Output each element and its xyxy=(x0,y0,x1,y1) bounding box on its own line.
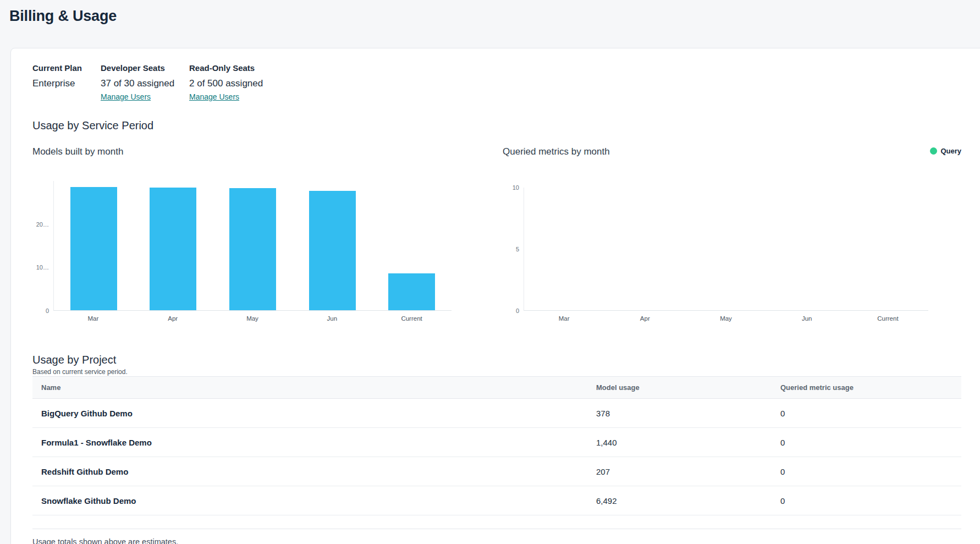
developer-seats-column: Developer Seats 37 of 30 assigned Manage… xyxy=(101,63,189,102)
project-name-cell: Redshift Github Demo xyxy=(32,457,587,486)
billing-card: Current Plan Enterprise Developer Seats … xyxy=(10,48,980,544)
y-axis-tick-label: 0 xyxy=(32,307,49,314)
queried-metric-usage-cell: 0 xyxy=(772,428,961,457)
manage-users-link-readonly[interactable]: Manage Users xyxy=(189,92,239,102)
usage-by-project-table: Name Model usage Queried metric usage Bi… xyxy=(32,376,961,515)
x-axis-tick-label: May xyxy=(685,315,766,322)
current-plan-label: Current Plan xyxy=(32,63,101,73)
readonly-seats-column: Read-Only Seats 2 of 500 assigned Manage… xyxy=(189,63,263,102)
queried-metrics-plot-area: MarAprMayJunCurrent 0510 xyxy=(503,188,961,327)
bar-slot xyxy=(134,181,213,310)
table-header-row: Name Model usage Queried metric usage xyxy=(32,377,961,399)
footer-divider xyxy=(32,529,961,529)
model-usage-cell: 1,440 xyxy=(587,428,772,457)
y-axis-tick-label: 10… xyxy=(32,264,49,271)
queried-metric-usage-cell: 0 xyxy=(772,486,961,515)
query-legend-label: Query xyxy=(940,147,961,155)
query-legend: Query xyxy=(930,147,961,155)
bar-slot xyxy=(372,181,452,310)
model-usage-cell: 6,492 xyxy=(587,486,772,515)
bar-slot xyxy=(767,188,847,310)
column-header-name: Name xyxy=(32,377,587,399)
readonly-seats-value: 2 of 500 assigned xyxy=(189,78,263,90)
model-usage-cell: 207 xyxy=(587,457,772,486)
models-built-chart: Models built by month MarAprMayJunCurren… xyxy=(32,146,479,327)
table-row: Snowflake Github Demo6,4920 xyxy=(32,486,961,515)
column-header-queried-metric-usage: Queried metric usage xyxy=(772,377,961,399)
bar xyxy=(150,188,196,310)
project-name-cell: Snowflake Github Demo xyxy=(32,486,587,515)
bar-slot xyxy=(847,188,928,310)
bar xyxy=(388,273,435,310)
table-row: Formula1 - Snowflake Demo1,4400 xyxy=(32,428,961,457)
readonly-seats-label: Read-Only Seats xyxy=(189,63,263,73)
page-title: Billing & Usage xyxy=(9,8,117,25)
current-plan-value: Enterprise xyxy=(32,78,101,90)
x-axis-tick-label: Mar xyxy=(53,315,133,322)
x-axis-tick-label: Mar xyxy=(524,315,604,322)
usage-by-project-subtitle: Based on current service period. xyxy=(32,368,961,376)
y-axis-tick-label: 10 xyxy=(503,184,519,191)
project-name-cell: BigQuery Github Demo xyxy=(32,399,587,428)
bar xyxy=(229,188,276,310)
charts-row: Query Models built by month MarAprMayJun… xyxy=(32,146,961,327)
x-axis-tick-label: Apr xyxy=(604,315,685,322)
bar xyxy=(309,191,356,310)
x-axis-tick-label: Jun xyxy=(767,315,847,322)
y-axis-tick-label: 5 xyxy=(503,246,519,252)
x-axis-tick-label: Jun xyxy=(292,315,372,322)
x-axis-tick-label: Current xyxy=(372,315,452,322)
bar-slot xyxy=(54,181,134,310)
developer-seats-label: Developer Seats xyxy=(101,63,189,73)
table-row: Redshift Github Demo2070 xyxy=(32,457,961,486)
models-chart-plot-area: MarAprMayJunCurrent 010…20… xyxy=(32,181,479,327)
queried-metrics-chart: Queried metrics by month MarAprMayJunCur… xyxy=(503,146,961,327)
column-header-model-usage: Model usage xyxy=(587,377,772,399)
x-axis-tick-label: Current xyxy=(847,315,928,322)
queried-metric-usage-cell: 0 xyxy=(772,399,961,428)
queried-metric-usage-cell: 0 xyxy=(772,457,961,486)
bar-slot xyxy=(293,181,372,310)
x-axis-tick-label: Apr xyxy=(133,315,213,322)
developer-seats-value: 37 of 30 assigned xyxy=(101,78,189,90)
plan-summary: Current Plan Enterprise Developer Seats … xyxy=(32,63,961,102)
y-axis-tick-label: 20… xyxy=(32,221,49,228)
models-chart-title: Models built by month xyxy=(32,146,479,158)
project-name-cell: Formula1 - Snowflake Demo xyxy=(32,428,587,457)
table-row: BigQuery Github Demo3780 xyxy=(32,399,961,428)
usage-estimate-note: Usage totals shown above are estimates. xyxy=(32,537,961,544)
x-axis-tick-label: May xyxy=(213,315,293,322)
bar-slot xyxy=(524,188,605,310)
query-legend-dot-icon xyxy=(930,147,937,155)
bar-slot xyxy=(686,188,767,310)
bar-slot xyxy=(605,188,686,310)
model-usage-cell: 378 xyxy=(587,399,772,428)
usage-by-project-heading: Usage by Project xyxy=(32,353,961,367)
bar xyxy=(70,187,117,310)
usage-by-service-period-heading: Usage by Service Period xyxy=(32,118,961,133)
y-axis-tick-label: 0 xyxy=(503,307,519,314)
bar-slot xyxy=(213,181,293,310)
manage-users-link-developer[interactable]: Manage Users xyxy=(101,92,151,102)
current-plan-column: Current Plan Enterprise xyxy=(32,63,101,102)
queried-metrics-chart-title: Queried metrics by month xyxy=(503,146,961,158)
